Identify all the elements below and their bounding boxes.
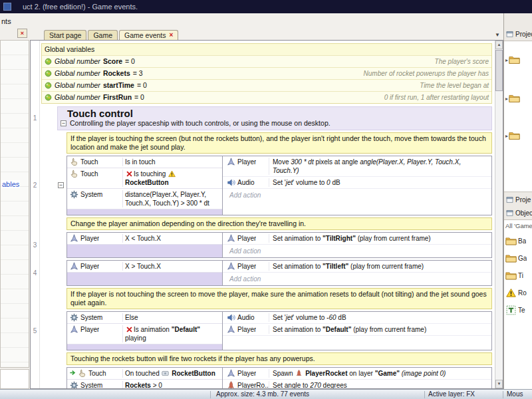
left-panel-link[interactable]: ables [1, 180, 20, 188]
event-block[interactable]: −TouchIs in touchTouchIs touching Rocket… [66, 156, 492, 215]
condition-row[interactable]: PlayerX > Touch.X [67, 261, 222, 273]
panel-icon [506, 196, 513, 203]
vertical-scrollbar[interactable]: ▲ ▼ [495, 41, 503, 388]
scrollbar-thumb[interactable] [495, 50, 503, 91]
tab-label: Game [93, 31, 112, 40]
audio-icon [227, 178, 235, 187]
tree-item[interactable]: ▸ [505, 131, 520, 140]
action-text: Set 'jet' volume to -60 dB [269, 313, 491, 322]
action-row[interactable]: PlayerSet animation to "Tiltleft" (play … [223, 261, 491, 273]
collapse-toggle-icon[interactable]: − [58, 182, 64, 188]
projects-panel-header[interactable]: Projects [504, 29, 532, 40]
secondary-panel-header[interactable]: Proje [504, 194, 532, 205]
global-variable-row[interactable]: Global numberScore= 0The player's score [42, 55, 491, 67]
tab-overflow-dropdown-icon[interactable]: ▼ [495, 32, 500, 38]
action-row[interactable]: AudioSet 'jet' volume to -60 dB [223, 312, 491, 324]
object-name: Touch [80, 170, 98, 178]
system-icon [70, 190, 78, 199]
object-name: System [80, 190, 102, 199]
text-segment: RocketButton [125, 179, 169, 186]
comment-block[interactable]: If the player is touching the screen (bu… [66, 132, 492, 154]
event-block[interactable]: PlayerX < Touch.XPlayerSet animation to … [66, 232, 492, 258]
tree-item[interactable]: ▸ [505, 94, 520, 103]
text-segment: On touched [125, 370, 161, 377]
condition-object: System [67, 381, 123, 388]
action-row[interactable]: PlayerMove 300 * dt pixels at angle angl… [223, 156, 491, 177]
text-segment: Else [125, 314, 138, 321]
event-block[interactable]: PlayerX > Touch.XPlayerSet animation to … [66, 260, 492, 286]
object-name: Player [80, 234, 99, 243]
left-tab-close-icon[interactable]: × [17, 29, 27, 38]
condition-row[interactable]: TouchIs touching RocketButton [67, 168, 222, 189]
player-icon [227, 234, 235, 243]
folder-icon [505, 236, 517, 246]
text-segment: Rockets [125, 382, 151, 388]
global-kind: Global number [55, 81, 100, 90]
tab-game[interactable]: Game [88, 30, 118, 40]
text-segment: X < Touch.X [125, 235, 161, 242]
objects-panel-header[interactable]: Objects [504, 207, 532, 219]
text-segment: Set animation to [273, 326, 323, 333]
tab-close-icon[interactable]: × [170, 32, 174, 39]
event-block[interactable]: TouchOn touched RocketButtonSystemRocket… [66, 367, 492, 388]
comment-block[interactable]: Touching the rockets button will fire tw… [66, 352, 492, 365]
event-block[interactable]: SystemElsePlayerIs animation "Default" p… [66, 311, 492, 350]
condition-row[interactable]: PlayerIs animation "Default" playing [67, 324, 222, 344]
condition-row[interactable]: SystemElse [67, 312, 222, 324]
text-segment: (play from current frame) [356, 235, 431, 242]
text-segment: 270 [310, 382, 321, 388]
player-icon [227, 262, 235, 271]
action-row[interactable]: PlayerSpawn PlayerRocket on layer "Game"… [223, 368, 491, 380]
tree-item[interactable]: ▸ [505, 55, 520, 65]
action-text: Move 300 * dt pixels at angle angle(Play… [269, 158, 491, 175]
folder-icon [509, 94, 520, 103]
object-item[interactable]: Ti [504, 267, 532, 284]
action-row[interactable]: PlayerSet animation to "Default" (play f… [223, 324, 491, 336]
scroll-up-icon[interactable]: ▲ [495, 41, 503, 49]
left-panel-caption: nts [1, 17, 11, 25]
action-row[interactable]: PlayerRo...Set angle to 270 degrees [223, 380, 491, 388]
object-item[interactable]: Te [504, 301, 532, 319]
condition-row[interactable]: TouchIs in touch [67, 156, 222, 168]
condition-row[interactable]: TouchOn touched RocketButton [67, 368, 222, 380]
text-segment: "TiltRight" [323, 235, 356, 242]
condition-object: Player [67, 262, 123, 271]
object-item[interactable]: Ro [504, 284, 532, 301]
conditions-column: PlayerX < Touch.X [67, 233, 223, 257]
condition-row[interactable]: SystemRockets > 0 [67, 380, 222, 388]
global-variable-row[interactable]: Global numberFirstRun= 00 if first run, … [42, 91, 491, 103]
global-variable-row[interactable]: Global numberRockets= 3Number of rocket … [42, 67, 491, 79]
text-segment: Set angle to [273, 382, 310, 388]
object-item[interactable]: Ba [504, 232, 532, 249]
object-name: Audio [237, 313, 255, 322]
tab-start-page[interactable]: Start page [44, 30, 86, 40]
object-item[interactable]: Ga [504, 249, 532, 267]
add-action-link[interactable]: Add action [223, 189, 491, 201]
left-list-panel[interactable]: ables [0, 40, 29, 368]
collapse-toggle-icon[interactable]: − [61, 120, 66, 126]
inverted-icon [126, 326, 133, 333]
object-name: Audio [237, 178, 255, 187]
comment-block[interactable]: If the player is not touching the screen… [66, 288, 492, 309]
action-row[interactable]: AudioSet 'jet' volume to 0 dB [223, 177, 491, 189]
global-name: Rockets [103, 69, 130, 78]
text-segment: "Game" [375, 370, 400, 377]
group-block[interactable]: Touch control−Controlling the player spa… [57, 106, 492, 130]
actions-column: PlayerSet animation to "Tiltleft" (play … [223, 261, 491, 285]
tab-label: Start page [49, 31, 81, 40]
condition-row[interactable]: Systemdistance(Player.X, Player.Y, Touch… [67, 189, 222, 209]
add-action-link[interactable]: Add action [223, 245, 491, 257]
global-kind: Global number [55, 57, 100, 66]
action-row[interactable]: PlayerSet animation to "TiltRight" (play… [223, 233, 491, 245]
condition-row[interactable]: PlayerX < Touch.X [67, 233, 222, 245]
comment-block[interactable]: Change the player animation depending on… [66, 217, 492, 230]
app-icon [3, 3, 11, 11]
button-icon [162, 370, 169, 377]
add-action-link[interactable]: Add action [223, 273, 491, 285]
global-variable-row[interactable]: Global numberstartTime= 0Time the level … [42, 79, 491, 91]
tab-game-events[interactable]: Game events× [119, 30, 178, 40]
text-segment: > 0 [151, 382, 162, 388]
scroll-down-icon[interactable]: ▼ [495, 380, 503, 388]
warning-icon [168, 170, 176, 178]
event-number: 1 [31, 114, 39, 122]
